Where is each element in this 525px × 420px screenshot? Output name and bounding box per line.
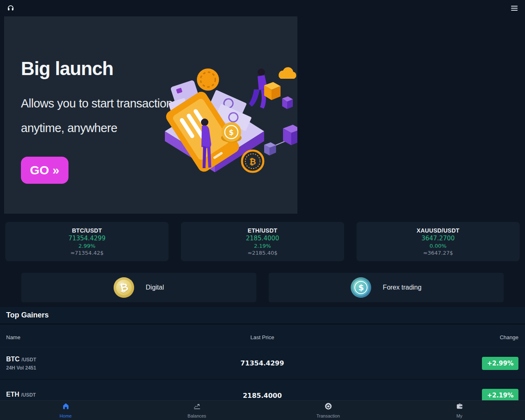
category-buttons: ₿ Digital $ Forex trading [21,273,504,302]
bitcoin-glyph: ₿ [249,157,256,167]
ticker-pair: BTC/USDT [72,227,102,234]
ticker-pair: XAUUSD/USDT [417,227,459,234]
ticker-change: 2.19% [254,243,271,249]
category-label: Forex trading [383,284,421,291]
dollar-coin-icon: $ [351,277,371,298]
nav-item-home[interactable]: Home [0,401,131,420]
ticker-approx: ≈2185.40$ [248,250,278,256]
promo-banner: Big launch Allows you to start transacti… [4,16,297,214]
column-name: Name [6,334,217,340]
nav-item-transaction[interactable]: Transaction [262,401,394,420]
top-bar [0,0,525,16]
banner-copy: Big launch Allows you to start transacti… [21,57,178,140]
ticker-card-eth[interactable]: ETH/USDT 2185.4000 2.19% ≈2185.40$ [181,222,344,261]
table-header: Name Last Price Change [0,324,525,347]
ticker-cards: BTC/USDT 71354.4299 2.99% ≈71354.42$ ETH… [5,222,520,261]
nav-item-balances[interactable]: Balances [131,401,262,420]
symbol: ETH [6,391,19,398]
nav-item-my[interactable]: My [394,401,525,420]
ticker-card-btc[interactable]: BTC/USDT 71354.4299 2.99% ≈71354.42$ [5,222,169,261]
last-price: 71354.4299 [217,359,308,367]
chart-icon [193,402,201,412]
top-gainers-header: Top Gainers [0,307,525,324]
ticker-price: 3647.2700 [421,235,454,242]
volume: 24H Vol 2451 [6,365,217,371]
pair-cell: BTC /USDT 24H Vol 2451 [6,356,217,371]
go-button[interactable]: GO » [21,157,68,184]
column-last-price: Last Price [217,334,308,340]
top-gainers-section: Top Gainers Name Last Price Change BTC /… [0,307,525,411]
forex-trading-button[interactable]: $ Forex trading [269,273,504,302]
ticker-approx: ≈3647.27$ [423,250,453,256]
swap-icon [324,402,332,412]
category-label: Digital [146,284,164,291]
menu-icon[interactable] [510,4,518,12]
nav-label: My [457,413,463,418]
bottom-nav: Home Balances Transaction [0,400,525,420]
quote-symbol: /USDT [21,357,36,363]
home-icon [62,402,70,412]
ticker-price: 71354.4299 [68,235,106,242]
nav-label: Home [59,413,71,418]
ticker-approx: ≈71354.42$ [70,250,103,256]
digital-button[interactable]: ₿ Digital [21,273,256,302]
ticker-price: 2185.4000 [246,235,279,242]
banner-illustration: $ ₿ [161,61,297,190]
change-badge: +2.99% [482,357,518,370]
last-price: 2185.4000 [217,392,308,399]
quote-symbol: /USDT [21,392,36,398]
headset-icon[interactable] [7,4,15,12]
change-cell: +2.99% [308,357,519,370]
banner-subtitle: Allows you to start transactions anytime… [21,91,178,140]
table-row-btc[interactable]: BTC /USDT 24H Vol 2451 71354.4299 +2.99% [0,347,525,379]
nav-label: Balances [187,413,206,418]
dollar-glyph: $ [229,128,234,137]
banner-title: Big launch [21,57,178,80]
ticker-change: 0.00% [429,243,446,249]
ticker-change: 2.99% [78,243,95,249]
ticker-card-xauusd[interactable]: XAUUSD/USDT 3647.2700 0.00% ≈3647.27$ [356,222,520,261]
symbol: BTC [6,356,20,363]
column-change: Change [308,334,519,340]
ticker-pair: ETH/USDT [248,227,277,234]
pair-cell: ETH /USDT [6,391,217,400]
section-title: Top Gainers [6,311,49,320]
bitcoin-coin-icon: ₿ [114,277,134,298]
wallet-icon [456,402,463,412]
nav-label: Transaction [316,413,340,418]
